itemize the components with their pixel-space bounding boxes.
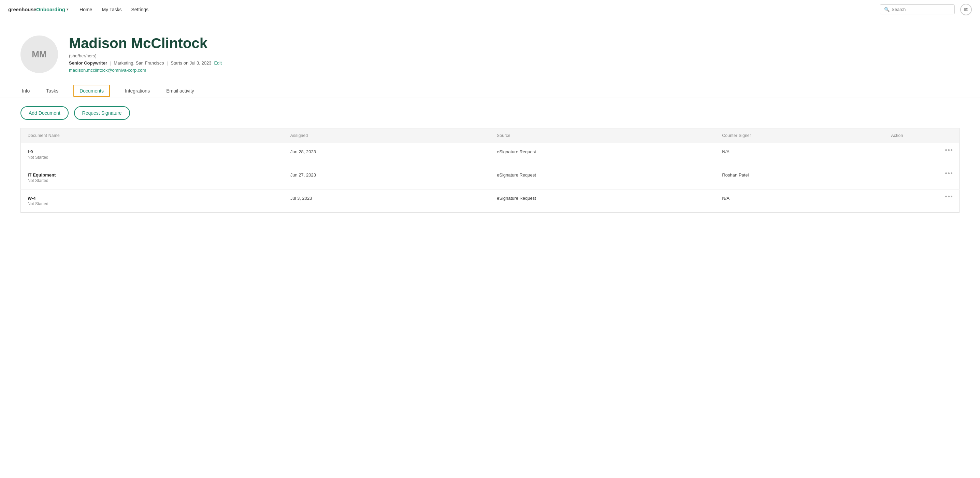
table-header-row: Document Name Assigned Source Counter Si… [21, 128, 959, 143]
col-header-action: Action [884, 128, 959, 143]
doc-status: Not Started [28, 201, 277, 206]
dot2 [948, 196, 950, 198]
navbar: greenhouse Onboarding ▾ Home My Tasks Se… [0, 0, 980, 19]
nav-links: Home My Tasks Settings [80, 7, 148, 12]
tab-documents[interactable]: Documents [73, 84, 110, 97]
doc-action-cell [884, 143, 959, 166]
dot1 [945, 196, 947, 198]
add-document-button[interactable]: Add Document [21, 106, 68, 120]
chevron-down-icon: ▾ [67, 7, 68, 12]
table-row: W-4 Not Started Jul 3, 2023 eSignature R… [21, 190, 959, 213]
doc-counter-signer: Roshan Patel [715, 166, 884, 190]
doc-source: eSignature Request [490, 190, 715, 213]
user-initials: IE [964, 8, 968, 12]
edit-link[interactable]: Edit [214, 61, 221, 65]
doc-action-cell [884, 190, 959, 213]
tabs-section: Info Tasks Documents Integrations Email … [0, 84, 980, 98]
request-signature-button[interactable]: Request Signature [74, 106, 130, 120]
user-avatar-nav[interactable]: IE [960, 4, 972, 15]
avatar: MM [21, 35, 58, 73]
profile-info: Madison McClintock (she/her/hers) Senior… [69, 35, 222, 73]
profile-dept-location: Marketing, San Francisco [114, 61, 164, 65]
separator1: | [110, 61, 111, 65]
col-header-source: Source [490, 128, 715, 143]
dot2 [948, 172, 950, 174]
tab-integrations[interactable]: Integrations [124, 84, 151, 98]
table-row: IT Equipment Not Started Jun 27, 2023 eS… [21, 166, 959, 190]
search-icon: 🔍 [884, 7, 889, 12]
col-header-document-name: Document Name [21, 128, 283, 143]
profile-email[interactable]: madison.mcclintock@omniva-corp.com [69, 68, 222, 73]
tab-email-activity[interactable]: Email activity [165, 84, 196, 98]
profile-section: MM Madison McClintock (she/her/hers) Sen… [0, 19, 980, 81]
table-section: Document Name Assigned Source Counter Si… [0, 128, 980, 213]
brand-logo[interactable]: greenhouse Onboarding ▾ [8, 6, 68, 12]
separator2: | [167, 61, 168, 65]
doc-name-cell: W-4 Not Started [21, 190, 283, 213]
doc-source: eSignature Request [490, 166, 715, 190]
doc-counter-signer: N/A [715, 143, 884, 166]
action-menu-button[interactable] [891, 149, 952, 151]
profile-role-line: Senior Copywriter | Marketing, San Franc… [69, 61, 222, 65]
brand-product: Onboarding [36, 6, 65, 12]
action-menu-button[interactable] [891, 196, 952, 198]
col-header-assigned: Assigned [283, 128, 490, 143]
doc-name: I-9 [28, 149, 277, 155]
doc-source: eSignature Request [490, 143, 715, 166]
doc-name: W-4 [28, 196, 277, 201]
doc-name-cell: IT Equipment Not Started [21, 166, 283, 190]
doc-action-cell [884, 166, 959, 190]
actions-section: Add Document Request Signature [0, 98, 980, 128]
dot1 [945, 172, 947, 174]
doc-counter-signer: N/A [715, 190, 884, 213]
table-row: I-9 Not Started Jun 28, 2023 eSignature … [21, 143, 959, 166]
profile-pronouns: (she/her/hers) [69, 53, 222, 58]
profile-role: Senior Copywriter [69, 61, 107, 65]
doc-name: IT Equipment [28, 172, 277, 178]
dot3 [951, 149, 952, 151]
nav-settings[interactable]: Settings [131, 7, 148, 12]
dot1 [945, 149, 947, 151]
action-menu-button[interactable] [891, 172, 952, 174]
avatar-initials: MM [32, 49, 46, 60]
documents-table: Document Name Assigned Source Counter Si… [21, 128, 959, 213]
doc-name-cell: I-9 Not Started [21, 143, 283, 166]
col-header-counter-signer: Counter Signer [715, 128, 884, 143]
dot3 [951, 172, 952, 174]
nav-my-tasks[interactable]: My Tasks [102, 7, 121, 12]
doc-assigned: Jun 27, 2023 [283, 166, 490, 190]
dot3 [951, 196, 952, 198]
profile-name: Madison McClintock [69, 35, 222, 51]
tab-info[interactable]: Info [21, 84, 31, 98]
doc-assigned: Jul 3, 2023 [283, 190, 490, 213]
nav-home[interactable]: Home [80, 7, 92, 12]
brand-name: greenhouse [8, 6, 36, 12]
profile-start-date: Starts on Jul 3, 2023 [170, 61, 211, 65]
tab-tasks[interactable]: Tasks [45, 84, 60, 98]
doc-status: Not Started [28, 155, 277, 160]
doc-assigned: Jun 28, 2023 [283, 143, 490, 166]
search-input[interactable] [892, 7, 950, 12]
dot2 [948, 149, 950, 151]
doc-status: Not Started [28, 178, 277, 183]
search-bar[interactable]: 🔍 [880, 5, 955, 14]
